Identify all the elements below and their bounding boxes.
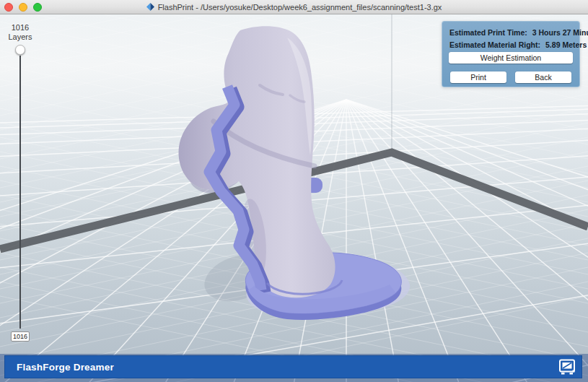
material-row: Estimated Material Right:5.89 Meters <box>449 40 575 49</box>
printer-icon[interactable] <box>558 359 576 375</box>
layer-slider-track[interactable] <box>19 56 21 329</box>
print-button[interactable]: Print <box>450 71 506 83</box>
minimize-button[interactable] <box>19 3 27 12</box>
layer-unit-label: Layers <box>0 32 40 42</box>
printer-name-label: FlashForge Dreamer <box>17 362 114 373</box>
material-label: Estimated Material Right: <box>449 40 540 49</box>
close-button[interactable] <box>4 3 13 12</box>
layer-slider-widget: 1016 Layers 1016 <box>0 14 43 354</box>
print-info-panel: Estimated Print Time:3 Hours 27 Minutes … <box>442 21 580 87</box>
print-time-value: 3 Hours 27 Minutes <box>532 28 588 37</box>
window-title: FlashPrint - /Users/yosuke/Desktop/week6… <box>158 3 442 12</box>
material-value: 5.89 Meters <box>545 40 587 49</box>
layer-current-value: 1016 <box>11 331 30 342</box>
status-bar: FlashForge Dreamer <box>4 355 582 378</box>
back-button[interactable]: Back <box>515 71 571 83</box>
flashprint-logo-icon <box>146 3 154 11</box>
layer-slider-handle[interactable] <box>15 45 25 55</box>
weight-estimation-button[interactable]: Weight Estimation <box>449 52 573 64</box>
layer-count-label: 1016 <box>0 23 40 32</box>
print-time-row: Estimated Print Time:3 Hours 27 Minutes <box>449 28 575 37</box>
zoom-button[interactable] <box>33 3 42 12</box>
title-bar: FlashPrint - /Users/yosuke/Desktop/week6… <box>0 0 588 14</box>
print-time-label: Estimated Print Time: <box>449 28 527 37</box>
